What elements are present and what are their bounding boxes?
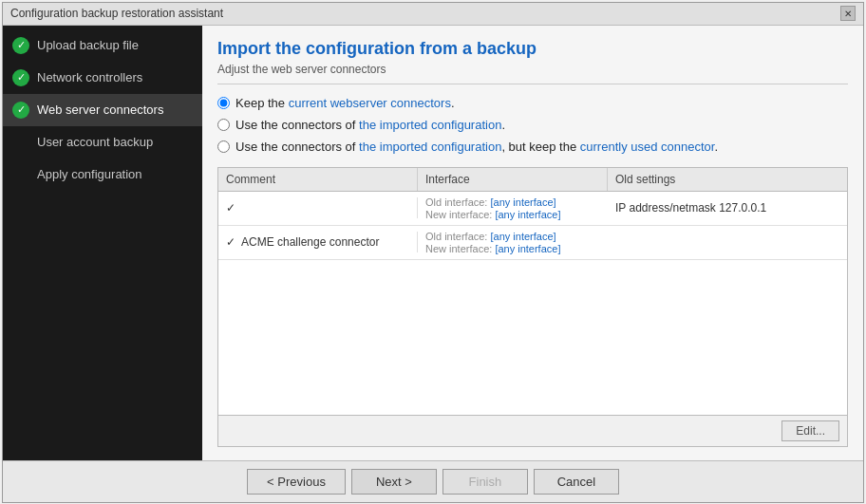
check-icon: ✓ xyxy=(12,102,29,119)
sidebar-item-label: User account backup xyxy=(37,135,153,149)
empty-icon xyxy=(12,134,29,151)
page-title: Import the configuration from a backup xyxy=(217,39,848,59)
finish-button[interactable]: Finish xyxy=(442,469,528,495)
table-row[interactable]: ✓ACME challenge connectorOld interface: … xyxy=(218,226,847,260)
main-content: Import the configuration from a backup A… xyxy=(202,26,863,460)
radio-keep-current[interactable]: Keep the current webserver connectors. xyxy=(217,96,848,110)
dialog-title: Configuration backup restoration assista… xyxy=(10,7,223,20)
title-bar: Configuration backup restoration assista… xyxy=(3,3,863,26)
connectors-table: Comment Interface Old settings ✓Old inte… xyxy=(217,167,848,447)
close-button[interactable]: ✕ xyxy=(840,6,856,21)
sidebar-item-label: Apply configuration xyxy=(37,167,142,181)
td-old-settings: IP address/netmask 127.0.0.1 xyxy=(608,197,847,218)
sidebar-item-user-account-backup[interactable]: User account backup xyxy=(3,126,202,159)
radio-group: Keep the current webserver connectors. U… xyxy=(217,96,848,154)
col-old-settings: Old settings xyxy=(608,168,847,191)
sidebar-item-label: Network controllers xyxy=(37,70,142,84)
td-comment: ✓ xyxy=(218,197,418,218)
row-check-icon: ✓ xyxy=(226,201,235,215)
table-header: Comment Interface Old settings xyxy=(218,168,847,192)
td-comment: ✓ACME challenge connector xyxy=(218,232,418,252)
dialog: Configuration backup restoration assista… xyxy=(2,2,864,503)
td-interface: Old interface: [any interface]New interf… xyxy=(418,228,608,257)
col-interface: Interface xyxy=(418,168,608,191)
radio-use-imported[interactable]: Use the connectors of the imported confi… xyxy=(217,118,848,132)
check-icon: ✓ xyxy=(12,69,29,86)
table-footer: Edit... xyxy=(218,415,847,446)
table-row[interactable]: ✓Old interface: [any interface]New inter… xyxy=(218,192,847,226)
previous-button[interactable]: < Previous xyxy=(247,469,346,495)
dialog-body: ✓Upload backup file✓Network controllers✓… xyxy=(3,26,863,460)
page-subtitle: Adjust the web server connectors xyxy=(217,63,848,84)
sidebar-item-web-server-connectors[interactable]: ✓Web server connectors xyxy=(3,94,202,126)
check-icon: ✓ xyxy=(12,37,29,54)
table-body: ✓Old interface: [any interface]New inter… xyxy=(218,192,847,415)
row-check-icon: ✓ xyxy=(226,235,235,249)
col-comment: Comment xyxy=(218,168,418,191)
td-interface: Old interface: [any interface]New interf… xyxy=(418,194,608,223)
edit-button[interactable]: Edit... xyxy=(781,420,839,441)
sidebar-item-label: Upload backup file xyxy=(37,38,139,52)
td-old-settings xyxy=(608,238,847,246)
dialog-footer: < Previous Next > Finish Cancel xyxy=(3,460,863,502)
empty-icon xyxy=(12,166,29,183)
sidebar-item-label: Web server connectors xyxy=(37,103,163,117)
sidebar-item-upload-backup-file[interactable]: ✓Upload backup file xyxy=(3,29,202,62)
sidebar-item-network-controllers[interactable]: ✓Network controllers xyxy=(3,62,202,94)
cancel-button[interactable]: Cancel xyxy=(534,469,619,495)
radio-use-imported-keep-current[interactable]: Use the connectors of the imported confi… xyxy=(217,140,848,154)
sidebar-item-apply-configuration[interactable]: Apply configuration xyxy=(3,159,202,191)
sidebar: ✓Upload backup file✓Network controllers✓… xyxy=(3,26,202,460)
next-button[interactable]: Next > xyxy=(351,469,437,495)
